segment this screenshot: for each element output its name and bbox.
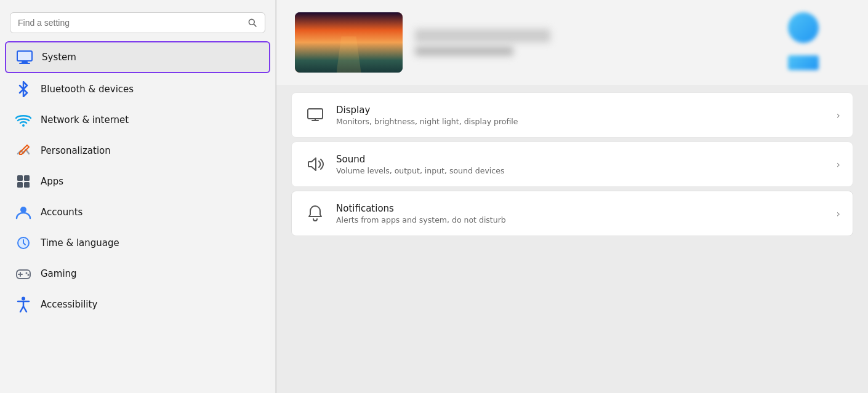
settings-list: Display Monitors, brightness, night ligh…	[276, 85, 868, 246]
svg-rect-6	[17, 175, 23, 181]
notifications-chevron: ›	[837, 208, 840, 220]
settings-title-notifications: Notifications	[336, 203, 837, 214]
display-icon	[304, 104, 326, 126]
sidebar-item-label-apps: Apps	[41, 176, 63, 187]
profile-avatar-1	[788, 12, 819, 43]
sidebar-item-label-personalization: Personalization	[41, 145, 111, 156]
sidebar-item-label-accessibility: Accessibility	[41, 299, 97, 310]
settings-text-sound: Sound Volume levels, output, input, soun…	[336, 154, 837, 175]
accessibility-icon	[15, 296, 32, 313]
sidebar-item-personalization[interactable]: Personalization	[5, 136, 270, 165]
personalization-icon	[15, 142, 32, 159]
svg-point-15	[26, 272, 28, 274]
sound-icon	[304, 153, 326, 175]
sidebar-item-apps[interactable]: Apps	[5, 167, 270, 196]
sidebar-item-label-system: System	[42, 52, 76, 63]
sound-chevron: ›	[837, 159, 840, 170]
notifications-icon	[304, 202, 326, 224]
time-icon	[15, 234, 32, 252]
settings-item-display[interactable]: Display Monitors, brightness, night ligh…	[291, 92, 853, 138]
settings-item-notifications[interactable]: Notifications Alerts from apps and syste…	[291, 191, 853, 236]
gaming-icon	[15, 265, 32, 282]
profile-name-blurred	[415, 29, 550, 42]
settings-text-display: Display Monitors, brightness, night ligh…	[336, 105, 837, 126]
sidebar-item-accounts[interactable]: Accounts	[5, 197, 270, 227]
svg-point-17	[22, 297, 25, 301]
settings-subtitle-sound: Volume levels, output, input, sound devi…	[336, 166, 837, 175]
accounts-icon	[15, 204, 32, 221]
sidebar-item-gaming[interactable]: Gaming	[5, 259, 270, 288]
sidebar: System Bluetooth & devices Network & int…	[0, 0, 276, 393]
sidebar-item-accessibility[interactable]: Accessibility	[5, 290, 270, 319]
settings-text-notifications: Notifications Alerts from apps and syste…	[336, 203, 837, 224]
svg-point-5	[22, 124, 25, 127]
display-chevron: ›	[837, 109, 840, 121]
profile-email-blurred	[415, 46, 513, 56]
svg-rect-2	[17, 51, 32, 61]
profile-info	[415, 29, 550, 56]
settings-title-sound: Sound	[336, 154, 837, 165]
apps-icon	[15, 173, 32, 190]
sidebar-item-label-accounts: Accounts	[41, 207, 82, 218]
sidebar-item-system[interactable]: System	[5, 41, 270, 73]
network-icon	[15, 111, 32, 129]
bluetooth-icon	[15, 81, 32, 98]
search-input[interactable]	[18, 18, 243, 28]
svg-rect-8	[17, 182, 23, 188]
svg-point-10	[20, 207, 26, 213]
svg-rect-18	[308, 109, 323, 119]
sidebar-item-label-gaming: Gaming	[41, 268, 77, 279]
sidebar-item-label-time: Time & language	[41, 237, 119, 248]
settings-title-display: Display	[336, 105, 837, 116]
arrow-annotation	[276, 198, 286, 229]
search-box[interactable]	[10, 12, 265, 33]
sidebar-item-bluetooth[interactable]: Bluetooth & devices	[5, 74, 270, 104]
search-container	[0, 7, 275, 41]
svg-rect-9	[24, 182, 30, 188]
svg-rect-7	[24, 175, 30, 181]
sidebar-item-label-bluetooth: Bluetooth & devices	[41, 84, 134, 95]
svg-point-16	[28, 274, 30, 276]
main-content: Display Monitors, brightness, night ligh…	[276, 0, 868, 393]
search-icon	[247, 18, 257, 28]
wallpaper-thumbnail[interactable]	[295, 12, 403, 73]
settings-subtitle-notifications: Alerts from apps and system, do not dist…	[336, 215, 837, 224]
settings-subtitle-display: Monitors, brightness, night light, displ…	[336, 117, 837, 126]
system-icon	[16, 49, 33, 66]
profile-area	[276, 0, 868, 85]
sidebar-item-network[interactable]: Network & internet	[5, 105, 270, 135]
sidebar-item-label-network: Network & internet	[41, 114, 129, 125]
svg-point-0	[249, 19, 254, 25]
sidebar-item-time[interactable]: Time & language	[5, 228, 270, 258]
profile-avatar-2	[788, 55, 819, 70]
svg-line-1	[254, 24, 256, 26]
settings-item-sound[interactable]: Sound Volume levels, output, input, soun…	[291, 141, 853, 187]
